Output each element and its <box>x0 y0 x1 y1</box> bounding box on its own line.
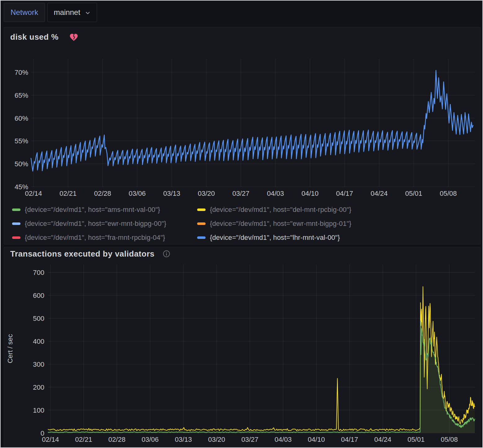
x-tick-label: 03/27 <box>241 436 258 443</box>
y-axis-title: Cert / sec <box>6 334 14 363</box>
y-tick-label: 600 <box>33 292 44 299</box>
y-tick-label: 500 <box>33 315 44 322</box>
series-color-dash <box>12 236 20 239</box>
y-tick-label: 300 <box>33 361 44 368</box>
x-tick-label: 03/06 <box>142 436 159 443</box>
network-variable-label-text: Network <box>11 8 38 17</box>
x-tick-label: 05/08 <box>441 436 458 443</box>
legend-item[interactable]: {device="/dev/md1", host="del-mnt-rpcbig… <box>197 205 351 214</box>
y-tick-label: 55% <box>15 137 28 145</box>
series-color-dash <box>12 208 20 211</box>
network-variable-dropdown[interactable]: mainnet <box>47 3 97 22</box>
legend-item[interactable]: {device="/dev/md1", host="ewr-mnt-bigpg-… <box>197 219 351 228</box>
x-tick-label: 04/24 <box>374 436 391 443</box>
legend-item[interactable]: {device="/dev/md1", host="ams-mnt-val-00… <box>12 205 160 214</box>
series-area-1 <box>48 321 475 433</box>
y-tick-label: 50% <box>15 160 28 168</box>
x-tick-label: 05/01 <box>408 436 425 443</box>
y-tick-label: 0 <box>41 429 44 437</box>
y-tick-label: 400 <box>33 338 44 345</box>
x-tick-label: 04/03 <box>267 190 284 197</box>
x-tick-label: 03/27 <box>232 190 249 197</box>
x-tick-label: 05/08 <box>440 190 457 197</box>
legend-item[interactable]: {device="/dev/md1", host="ewr-mnt-bigpg-… <box>12 219 166 228</box>
x-tick-label: 04/17 <box>336 190 353 197</box>
x-tick-label: 04/10 <box>301 190 318 197</box>
panel-transactions: Transactions executed by validators 02/1… <box>4 247 481 448</box>
series-color-dash <box>197 222 206 225</box>
legend-item[interactable]: {device="/dev/md1", host="lhr-mnt-val-00… <box>197 233 340 242</box>
y-tick-label: 700 <box>33 269 44 276</box>
series-color-dash <box>197 208 206 211</box>
x-tick-label: 04/17 <box>341 436 358 443</box>
x-tick-label: 03/20 <box>198 190 215 197</box>
network-variable-value: mainnet <box>54 8 80 17</box>
legend-label: {device="/dev/md1", host="fra-mnt-rpcbig… <box>25 234 165 242</box>
y-tick-label: 100 <box>33 406 44 414</box>
legend-item[interactable]: {device="/dev/md1", host="fra-mnt-rpcbig… <box>12 233 165 242</box>
legend-label: {device="/dev/md1", host="del-mnt-rpcbig… <box>210 206 351 214</box>
series-line-1 <box>48 321 475 432</box>
series-color-dash <box>12 222 20 225</box>
dashboard-frame: Network mainnet disk used % 02/1402/2102… <box>0 0 483 448</box>
network-variable-label: Network <box>4 3 45 22</box>
transactions-chart[interactable]: 02/1402/2102/2803/0603/1303/2003/2704/03… <box>4 247 481 448</box>
y-tick-label: 60% <box>15 114 28 122</box>
y-tick-label: 45% <box>15 183 28 191</box>
panel-disk-used: disk used % 02/1402/2102/2803/0603/1303/… <box>4 27 481 244</box>
x-tick-label: 04/10 <box>308 436 325 443</box>
x-tick-label: 02/21 <box>75 436 92 443</box>
chevron-down-icon <box>85 10 91 16</box>
series-line-0 <box>48 287 475 431</box>
x-tick-label: 05/01 <box>405 190 422 197</box>
y-tick-label: 70% <box>15 69 28 76</box>
x-tick-label: 03/06 <box>129 190 146 197</box>
legend-label: {device="/dev/md1", host="ams-mnt-val-00… <box>25 206 160 214</box>
x-tick-label: 02/28 <box>94 190 111 197</box>
x-tick-label: 03/13 <box>163 190 180 197</box>
y-tick-label: 200 <box>33 383 44 391</box>
series-area-0 <box>48 287 475 433</box>
x-tick-label: 02/21 <box>60 190 77 197</box>
series-color-dash <box>197 236 206 239</box>
legend-label: {device="/dev/md1", host="ewr-mnt-bigpg-… <box>25 220 166 228</box>
legend-label: {device="/dev/md1", host="lhr-mnt-val-00… <box>210 234 340 242</box>
legend-label: {device="/dev/md1", host="ewr-mnt-bigpg-… <box>210 220 351 228</box>
x-tick-label: 03/20 <box>208 436 225 443</box>
x-tick-label: 04/24 <box>370 190 388 197</box>
x-tick-label: 04/03 <box>275 436 292 443</box>
y-tick-label: 65% <box>15 92 28 99</box>
variables-bar: Network mainnet <box>4 3 97 22</box>
x-tick-label: 02/28 <box>109 436 126 443</box>
x-tick-label: 03/13 <box>175 436 192 443</box>
x-tick-label: 02/14 <box>42 436 59 443</box>
series-line-0 <box>31 70 473 171</box>
